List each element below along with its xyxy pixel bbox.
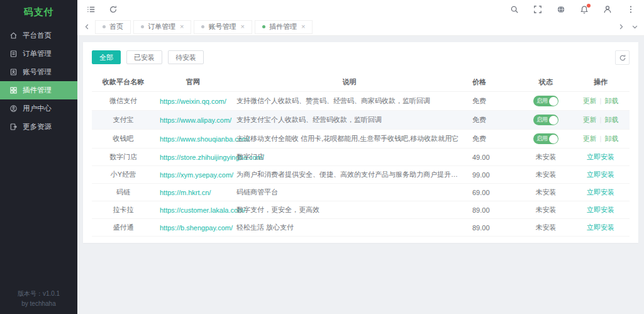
platform-price: 89.00 bbox=[467, 219, 520, 237]
uninstall-link[interactable]: 卸载 bbox=[604, 135, 618, 142]
col-header-platform: 收款平台名称 bbox=[92, 73, 155, 92]
platform-website: https://weixin.qq.com/ bbox=[155, 92, 231, 111]
plugins-card: 全部 已安装 待安装 收款平台名称 官网 说明 价格 状态 bbox=[83, 42, 638, 243]
sidebar-item-2[interactable]: 账号管理 bbox=[0, 63, 77, 81]
version-number: 版本号：v1.0.1 bbox=[0, 289, 77, 299]
sidebar-item-label: 账号管理 bbox=[23, 67, 52, 77]
uninstall-link[interactable]: 卸载 bbox=[604, 97, 618, 104]
sidebar-item-4[interactable]: 用户中心 bbox=[0, 99, 77, 118]
tab-status-dot bbox=[103, 25, 106, 28]
platform-url-link[interactable]: https://weixin.qq.com/ bbox=[160, 98, 226, 105]
tabs-menu-dropdown-icon[interactable] bbox=[629, 21, 640, 33]
platform-url-link[interactable]: https://xym.ysepay.com/ bbox=[160, 171, 233, 179]
plugins-table: 收款平台名称 官网 说明 价格 状态 操作 微信支付https://weixin… bbox=[92, 73, 630, 237]
table-row: 收钱吧https://www.shouqianba.com/主流移动支付全能收 … bbox=[92, 130, 630, 149]
uninstall-link[interactable]: 卸载 bbox=[604, 116, 618, 123]
platform-actions: 立即安装 bbox=[572, 166, 630, 184]
platform-website: https://customer.lakala.com/ bbox=[155, 201, 231, 219]
platform-name: 盛付通 bbox=[92, 219, 155, 237]
sidebar-item-0[interactable]: 平台首页 bbox=[0, 26, 77, 45]
sidebar-nav: 平台首页订单管理账号管理插件管理用户中心更多资源 bbox=[0, 26, 77, 136]
platform-actions: 立即安装 bbox=[572, 184, 630, 201]
filter-installed-button[interactable]: 已安装 bbox=[126, 50, 162, 64]
platform-actions: 更新|卸载 bbox=[572, 111, 630, 130]
toggle-knob bbox=[549, 97, 558, 106]
platform-name: 拉卡拉 bbox=[92, 201, 155, 219]
install-link[interactable]: 立即安装 bbox=[587, 206, 614, 213]
sidebar-item-3[interactable]: 插件管理 bbox=[0, 81, 77, 99]
platform-website: https://m.hkrt.cn/ bbox=[155, 184, 231, 201]
collapse-menu-icon[interactable] bbox=[86, 4, 96, 14]
fullscreen-icon[interactable] bbox=[533, 4, 542, 14]
filter-pending-button[interactable]: 待安装 bbox=[168, 50, 204, 64]
platform-description: 码链商管平台 bbox=[231, 184, 467, 201]
platform-url-link[interactable]: https://b.shengpay.com/ bbox=[160, 224, 233, 232]
enable-toggle[interactable]: 启用 bbox=[533, 133, 558, 144]
topbar bbox=[77, 0, 644, 18]
platform-actions: 立即安装 bbox=[572, 219, 630, 237]
notification-badge bbox=[587, 4, 591, 8]
platform-actions: 更新|卸载 bbox=[572, 130, 630, 149]
language-globe-icon[interactable] bbox=[556, 4, 565, 14]
main-area: 首页 订单管理 × 账号管理 × 插件管理 × 全部 已安装 bbox=[77, 0, 644, 314]
tab-orders[interactable]: 订单管理 × bbox=[133, 20, 191, 34]
toggle-knob bbox=[549, 116, 558, 125]
platform-status: 未安装 bbox=[520, 166, 572, 184]
enable-toggle[interactable]: 启用 bbox=[533, 115, 558, 125]
sidebar: 码支付 平台首页订单管理账号管理插件管理用户中心更多资源 版本号：v1.0.1 … bbox=[0, 0, 77, 314]
tabs-scroll-left-icon[interactable] bbox=[81, 21, 92, 33]
search-icon[interactable] bbox=[509, 4, 519, 14]
platform-name: 支付宝 bbox=[92, 111, 155, 130]
platform-description: 数字支付，更安全，更高效 bbox=[231, 201, 467, 219]
sidebar-item-label: 更多资源 bbox=[23, 122, 52, 132]
user-profile-icon[interactable] bbox=[602, 4, 612, 14]
table-row: 小Y经营https://xym.ysepay.com/为商户和消费者提供安全、便… bbox=[92, 166, 630, 184]
sidebar-item-label: 用户中心 bbox=[23, 104, 52, 113]
refresh-icon[interactable] bbox=[108, 4, 118, 14]
platform-description: 轻松生活 放心支付 bbox=[231, 219, 467, 237]
table-row: 数字门店https://store.zhihuijingyingba.com/数… bbox=[92, 149, 630, 166]
notification-bell-icon[interactable] bbox=[579, 4, 589, 14]
update-link[interactable]: 更新 bbox=[583, 97, 597, 104]
update-link[interactable]: 更新 bbox=[583, 116, 597, 123]
content-area: 全部 已安装 待安装 收款平台名称 官网 说明 价格 状态 bbox=[77, 36, 644, 314]
sidebar-item-5[interactable]: 更多资源 bbox=[0, 118, 77, 136]
platform-description: 支持支付宝个人收款码、经营码收款，监听回调 bbox=[231, 111, 467, 130]
platform-price: 49.00 bbox=[467, 149, 520, 166]
filter-all-button[interactable]: 全部 bbox=[92, 50, 121, 64]
order-icon bbox=[9, 50, 18, 58]
tab-close-icon[interactable]: × bbox=[240, 23, 244, 30]
platform-url-link[interactable]: https://m.hkrt.cn/ bbox=[160, 189, 211, 196]
platform-description: 为商户和消费者提供安全、便捷、高效的支付产品与服务助力商户提升运营效率，实现数字… bbox=[231, 166, 467, 184]
tabs-scroll-right-icon[interactable] bbox=[615, 21, 626, 33]
platform-url-link[interactable]: https://www.alipay.com/ bbox=[160, 116, 231, 124]
platform-website: https://www.alipay.com/ bbox=[155, 111, 231, 130]
more-options-icon[interactable] bbox=[626, 4, 635, 14]
resource-icon bbox=[9, 123, 18, 131]
install-link[interactable]: 立即安装 bbox=[587, 153, 614, 160]
sidebar-item-1[interactable]: 订单管理 bbox=[0, 45, 77, 63]
update-link[interactable]: 更新 bbox=[583, 135, 597, 142]
tab-close-icon[interactable]: × bbox=[180, 23, 184, 30]
platform-website: https://b.shengpay.com/ bbox=[155, 219, 231, 237]
tab-close-icon[interactable]: × bbox=[301, 23, 305, 30]
platform-price: 免费 bbox=[467, 111, 520, 130]
install-link[interactable]: 立即安装 bbox=[587, 223, 614, 231]
install-link[interactable]: 立即安装 bbox=[587, 188, 614, 196]
platform-description: 支持微信个人收款码、赞赏码、经营码、商家码收款，监听回调 bbox=[231, 92, 467, 111]
platform-website: https://xym.ysepay.com/ bbox=[155, 166, 231, 184]
user-icon bbox=[9, 104, 18, 113]
tab-accounts[interactable]: 账号管理 × bbox=[194, 20, 252, 34]
enable-toggle[interactable]: 启用 bbox=[533, 96, 558, 106]
tab-home[interactable]: 首页 bbox=[95, 20, 131, 34]
tab-label: 账号管理 bbox=[208, 22, 236, 31]
install-link[interactable]: 立即安装 bbox=[587, 171, 614, 178]
platform-actions: 立即安装 bbox=[572, 149, 630, 166]
home-icon bbox=[9, 31, 18, 40]
tab-plugins[interactable]: 插件管理 × bbox=[255, 20, 313, 34]
version-info: 版本号：v1.0.1 by techhaha bbox=[0, 289, 77, 309]
table-refresh-button[interactable] bbox=[615, 50, 630, 65]
platform-status: 启用 bbox=[520, 111, 572, 130]
platform-url-link[interactable]: https://customer.lakala.com/ bbox=[160, 206, 245, 214]
tab-status-dot bbox=[201, 25, 204, 28]
